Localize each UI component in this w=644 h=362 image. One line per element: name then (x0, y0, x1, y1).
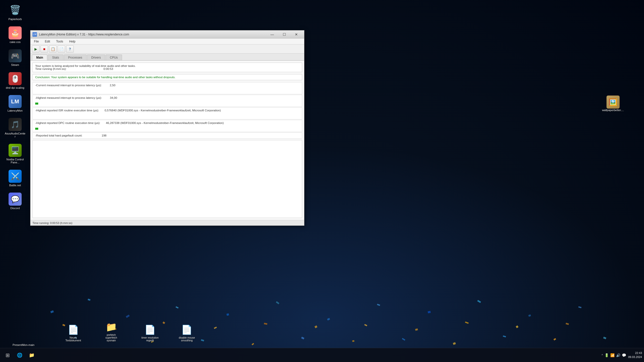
taskbar-explorer-button[interactable]: 📁 (26, 350, 37, 361)
metric-dpc-bar-row (32, 126, 302, 132)
tray-volume-icon[interactable]: 🔊 (616, 353, 620, 357)
close-button[interactable]: ✕ (291, 31, 302, 38)
desktop-icon-dnd-dpi-scaling[interactable]: 🖱️ dnd dpi scaling (4, 71, 26, 90)
stop-button[interactable]: ■ (41, 46, 48, 53)
tab-cpus[interactable]: CPUs (106, 55, 122, 60)
dpc-bar (35, 128, 38, 130)
svg-rect-31 (503, 335, 506, 337)
desktop-icon-steam[interactable]: 🎮 Steam (4, 48, 26, 67)
conclusion-text: Conclusion: Your system appears to be su… (32, 74, 302, 80)
system-tray: ^ 🔋 📶 🔊 💬 (601, 353, 626, 357)
wallpaperbetter-label: wallpaperbetter.... (602, 109, 624, 112)
svg-rect-0 (50, 310, 54, 313)
browser-icon: 🌐 (17, 352, 22, 358)
time-running-line: Time running (h:mm:ss): 0:00:53 (35, 67, 299, 70)
svg-rect-11 (578, 306, 582, 308)
taskbar-clock[interactable]: 22:43 09.03.2024 (628, 351, 642, 359)
taskbar: ⊞ 🌐 📁 ^ 🔋 📶 🔊 💬 22:43 09.03.2024 (0, 348, 644, 362)
papierkorb-label: Papierkorb (8, 18, 22, 21)
menu-file[interactable]: File (31, 39, 41, 44)
tray-chevron-icon[interactable]: ^ (601, 353, 603, 357)
discord-label: Discord (10, 207, 20, 210)
metric-highest-latency-row: -Highest measured interrupt to process l… (32, 95, 302, 101)
copy-toolbar-button[interactable]: 📋 (49, 46, 57, 53)
desktop: 🗑️ Papierkorb 🎂 cake.cos 🎮 Steam 🖱️ dnd … (0, 0, 644, 362)
desktop-icon-latencymon[interactable]: LM LatencyMon (4, 94, 26, 113)
time-running-label: Time running (h:mm:ss): (35, 67, 66, 70)
svg-rect-25 (201, 339, 204, 341)
metric-highest-latency-value: 34,00 (110, 96, 117, 99)
disable-mouse-smoothing-label: disable mousesmoothing (179, 336, 195, 342)
window-main-content: Your system is being analyzed for suitab… (30, 61, 304, 220)
latencymon-icon: LM (9, 95, 22, 108)
metric-current-latency-row: -Current measured interrupt to process l… (32, 82, 302, 88)
desktop-icon-discord[interactable]: 💬 Discord (4, 192, 26, 211)
play-button[interactable]: ▶ (32, 46, 39, 53)
prefetch-superfetch-label: prefetch superfetchsysmain (101, 334, 121, 342)
maximize-button[interactable]: ☐ (278, 31, 290, 38)
analysis-header: Your system is being analyzed for suitab… (32, 63, 302, 72)
desktop-icon-asusaudiocenter[interactable]: 🎵 AsusAudioCenter (4, 117, 26, 139)
wallpaperbetter-icon: 🖼️ (607, 96, 620, 109)
svg-rect-5 (276, 301, 279, 304)
svg-rect-2 (126, 315, 130, 318)
discord-icon: 💬 (9, 193, 22, 206)
svg-rect-9 (477, 300, 481, 303)
desktop-file-timer-resolution[interactable]: 📄 timer resolutionregedit (141, 323, 158, 342)
desktop-icon-wallpaperbetter[interactable]: 🖼️ wallpaperbetter.... (602, 96, 624, 112)
metric-current-latency-bar-row (32, 88, 302, 94)
neues-textdokument-label: NeuesTextdokument (65, 336, 81, 342)
window-app-icon: LM (32, 32, 37, 37)
minimize-button[interactable]: ― (266, 31, 278, 38)
svg-rect-27 (301, 337, 304, 339)
taskbar-time: 22:43 (628, 351, 642, 355)
svg-rect-8 (428, 311, 431, 313)
svg-rect-12 (62, 324, 65, 326)
metric-dpc: -Highest reported DPC routine execution … (32, 120, 302, 132)
desktop-file-prefetch-superfetch[interactable]: 📁 prefetch superfetchsysmain (101, 321, 121, 342)
metric-dpc-label: -Highest reported DPC routine execution … (35, 121, 100, 124)
time-running-value: 0:00:53 (103, 67, 113, 70)
metric-pagefault: -Reported total hard pagefault count: 19… (32, 132, 302, 139)
menu-help[interactable]: Help (67, 39, 78, 44)
tab-drivers[interactable]: Drivers (87, 55, 105, 60)
metric-dpc-row: -Highest reported DPC routine execution … (32, 120, 302, 126)
status-text: Time running: 0:00:53 (h:mm:ss) (32, 221, 72, 224)
tab-stats[interactable]: Stats (48, 55, 63, 60)
desktop-file-neues-textdokument[interactable]: 📄 NeuesTextdokument (65, 323, 81, 342)
desktop-icon-battlenet[interactable]: ⚔️ Battle.net (4, 169, 26, 188)
tab-processes[interactable]: Processes (64, 55, 87, 60)
svg-rect-32 (553, 338, 556, 341)
svg-rect-20 (465, 322, 469, 324)
svg-rect-33 (603, 337, 607, 339)
window-toolbar: ▶ ■ 📋 📄 ? (30, 44, 304, 54)
taskbar-date: 09.03.2024 (628, 355, 642, 359)
help-toolbar-button[interactable]: ? (66, 46, 74, 53)
desktop-file-disable-mouse-smoothing[interactable]: 📄 disable mousesmoothing (179, 323, 195, 342)
svg-rect-10 (528, 314, 531, 317)
desktop-files-area: 📄 NeuesTextdokument 📁 prefetch superfetc… (65, 321, 195, 342)
svg-rect-4 (226, 313, 229, 316)
metric-current-latency-value: 2,50 (110, 84, 115, 87)
desktop-icon-nvidia-control-panel[interactable]: 🖥️ Nvidia Control Pane... (4, 143, 26, 165)
start-button[interactable]: ⊞ (2, 350, 13, 361)
steam-icon: 🎮 (9, 49, 22, 62)
svg-rect-1 (88, 299, 90, 301)
asusaudiocenter-label: AsusAudioCenter (5, 132, 25, 138)
svg-rect-21 (516, 325, 518, 328)
steam-label: Steam (11, 63, 19, 66)
svg-rect-17 (314, 325, 317, 328)
menu-edit[interactable]: Edit (42, 39, 53, 44)
cakecos-icon: 🎂 (9, 26, 22, 39)
paste-toolbar-button[interactable]: 📄 (58, 46, 65, 53)
desktop-icon-cakecos[interactable]: 🎂 cake.cos (4, 25, 26, 44)
dnd-dpi-scaling-label: dnd dpi scaling (6, 86, 24, 89)
taskbar-left: ⊞ 🌐 📁 (2, 350, 37, 361)
menu-tools[interactable]: Tools (54, 39, 66, 44)
window-titlebar: LM LatencyMon (Home Edition) v 7.31 - ht… (30, 30, 304, 38)
tab-main[interactable]: Main (32, 55, 47, 60)
desktop-icon-papierkorb[interactable]: 🗑️ Papierkorb (4, 3, 26, 22)
metric-isr-row: -Highest reported ISR routine execution … (32, 107, 302, 113)
start-icon: ⊞ (6, 352, 10, 358)
taskbar-browser-button[interactable]: 🌐 (14, 350, 25, 361)
